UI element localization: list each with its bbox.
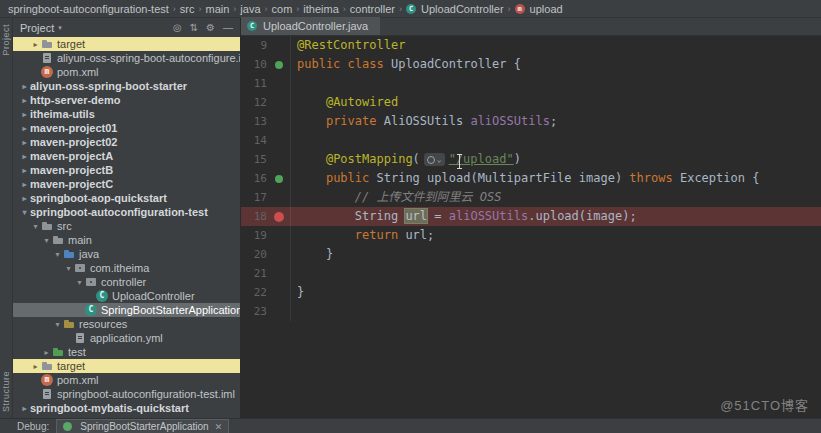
line-number[interactable]: 15 <box>241 150 271 169</box>
chevron-expanded-icon[interactable]: ▾ <box>30 222 41 231</box>
chevron-collapsed-icon[interactable]: ▸ <box>19 138 30 147</box>
chevron-expanded-icon[interactable]: ▾ <box>74 278 85 287</box>
close-icon[interactable]: ✕ <box>215 422 223 432</box>
tree-item[interactable]: springboot-autoconfiguration-test.iml <box>13 387 240 401</box>
tool-window-button-project[interactable]: Project <box>1 24 11 56</box>
code-line[interactable]: 14 <box>241 131 821 150</box>
code-line[interactable]: 18 String url = aliOSSUtils.upload(image… <box>241 207 821 226</box>
code-line[interactable]: 19 return url; <box>241 226 821 245</box>
tree-item[interactable]: ▸test <box>13 345 240 359</box>
line-number[interactable]: 10 <box>241 55 271 74</box>
chevron-collapsed-icon[interactable]: ▸ <box>19 82 30 91</box>
code-line[interactable]: 21 <box>241 264 821 283</box>
chevron-expanded-icon[interactable]: ▾ <box>19 208 30 217</box>
code-line[interactable]: 10public class UploadController { <box>241 55 821 74</box>
code-line[interactable]: 15 @PostMapping(⌄"/upload") <box>241 150 821 169</box>
spring-bean-marker-icon[interactable] <box>271 55 291 74</box>
line-number[interactable]: 22 <box>241 283 271 302</box>
breakpoint-icon[interactable] <box>271 207 291 226</box>
line-number[interactable]: 9 <box>241 36 271 55</box>
chevron-collapsed-icon[interactable]: ▸ <box>19 110 30 119</box>
line-number[interactable]: 12 <box>241 93 271 112</box>
chevron-expanded-icon[interactable]: ▾ <box>63 264 74 273</box>
tree-item[interactable]: ▸maven-projectC <box>13 177 240 191</box>
expand-collapse-icon[interactable]: ⇅ <box>190 23 198 33</box>
line-number[interactable]: 11 <box>241 74 271 93</box>
breadcrumb-item[interactable]: main <box>204 3 232 15</box>
line-number[interactable]: 18 <box>241 207 271 226</box>
locate-icon[interactable]: ◎ <box>173 23 182 33</box>
code-line[interactable]: 23 <box>241 302 821 321</box>
tree-item[interactable]: aliyun-oss-spring-boot-autoconfigure.iml <box>13 51 240 65</box>
chevron-collapsed-icon[interactable]: ▸ <box>19 96 30 105</box>
chevron-collapsed-icon[interactable]: ▸ <box>19 166 30 175</box>
tree-item[interactable]: ▸target <box>13 359 240 373</box>
line-number[interactable]: 23 <box>241 302 271 321</box>
code-line[interactable]: 13 private AliOSSUtils aliOSSUtils; <box>241 112 821 131</box>
tool-window-button-structure[interactable]: Structure <box>1 371 11 412</box>
line-number[interactable]: 16 <box>241 169 271 188</box>
breadcrumb-item[interactable]: controller <box>348 3 397 15</box>
breadcrumb-item[interactable]: springboot-autoconfiguration-test <box>6 3 171 15</box>
chevron-collapsed-icon[interactable]: ▸ <box>19 404 30 413</box>
code-line[interactable]: 9@RestController <box>241 36 821 55</box>
tree-item[interactable]: ▸http-server-demo <box>13 93 240 107</box>
url-inlay-icon[interactable]: ⌄ <box>424 153 445 166</box>
code-line[interactable]: 11 <box>241 74 821 93</box>
code-line[interactable]: 20 } <box>241 245 821 264</box>
tree-item[interactable]: ▸maven-projectB <box>13 163 240 177</box>
tree-item[interactable]: pom.xml <box>13 373 240 387</box>
line-number[interactable]: 13 <box>241 112 271 131</box>
debug-tab[interactable]: SpringBootStarterApplication ✕ <box>56 419 229 433</box>
tree-item[interactable]: ▸springboot-aop-quickstart <box>13 191 240 205</box>
chevron-collapsed-icon[interactable]: ▸ <box>41 348 52 357</box>
settings-gear-icon[interactable]: ⚙ <box>206 23 215 33</box>
tree-item[interactable]: SpringBootStarterApplication <box>13 303 240 317</box>
chevron-expanded-icon[interactable]: ▾ <box>52 320 63 329</box>
line-number[interactable]: 17 <box>241 188 271 207</box>
tree-item[interactable]: ▸target <box>13 37 240 51</box>
code-editor[interactable]: 9@RestController10public class UploadCon… <box>241 36 821 321</box>
tree-item[interactable]: ▸itheima-utils <box>13 107 240 121</box>
chevron-collapsed-icon[interactable]: ▸ <box>30 40 41 49</box>
chevron-collapsed-icon[interactable]: ▸ <box>19 124 30 133</box>
tree-item[interactable]: ▸aliyun-oss-spring-boot-starter <box>13 79 240 93</box>
tree-item[interactable]: pom.xml <box>13 65 240 79</box>
code-line[interactable]: 17 // 上传文件到阿里云 OSS <box>241 188 821 207</box>
breadcrumb-item[interactable]: com <box>270 3 295 15</box>
tree-item[interactable]: application.yml <box>13 331 240 345</box>
chevron-expanded-icon[interactable]: ▾ <box>52 250 63 259</box>
breadcrumb-item[interactable]: itheima <box>301 3 340 15</box>
editor-tab-uploadcontroller[interactable]: UploadController.java <box>241 17 380 35</box>
breadcrumb-item[interactable]: UploadController <box>404 3 506 15</box>
code-line[interactable]: 22} <box>241 283 821 302</box>
tree-item[interactable]: ▾src <box>13 219 240 233</box>
tree-item[interactable]: ▾springboot-autoconfiguration-test <box>13 205 240 219</box>
project-panel-title[interactable]: Project ▾ <box>20 22 62 34</box>
tree-item[interactable]: ▾com.itheima <box>13 261 240 275</box>
chevron-collapsed-icon[interactable]: ▸ <box>30 362 41 371</box>
line-number[interactable]: 14 <box>241 131 271 150</box>
chevron-expanded-icon[interactable]: ▾ <box>41 236 52 245</box>
tree-item[interactable]: ▾controller <box>13 275 240 289</box>
spring-bean-marker-icon[interactable] <box>271 169 291 188</box>
tree-item[interactable]: ▾java <box>13 247 240 261</box>
chevron-collapsed-icon[interactable]: ▸ <box>19 152 30 161</box>
code-line[interactable]: 12 @Autowired <box>241 93 821 112</box>
chevron-collapsed-icon[interactable]: ▸ <box>19 194 30 203</box>
tree-item[interactable]: ▸maven-project02 <box>13 135 240 149</box>
tree-item[interactable]: ▸springboot-mybatis-quickstart <box>13 401 240 415</box>
line-number[interactable]: 20 <box>241 245 271 264</box>
tree-item[interactable]: ▾resources <box>13 317 240 331</box>
tree-item[interactable]: UploadController <box>13 289 240 303</box>
breadcrumb-item[interactable]: java <box>238 3 262 15</box>
tree-item[interactable]: ▸maven-project01 <box>13 121 240 135</box>
code-line[interactable]: 16 public String upload(MultipartFile im… <box>241 169 821 188</box>
breadcrumb-item[interactable]: src <box>178 3 197 15</box>
line-number[interactable]: 21 <box>241 264 271 283</box>
line-number[interactable]: 19 <box>241 226 271 245</box>
tree-item[interactable]: ▾main <box>13 233 240 247</box>
breadcrumb-item[interactable]: upload <box>513 3 565 15</box>
hide-panel-icon[interactable]: — <box>223 23 233 33</box>
chevron-collapsed-icon[interactable]: ▸ <box>19 180 30 189</box>
